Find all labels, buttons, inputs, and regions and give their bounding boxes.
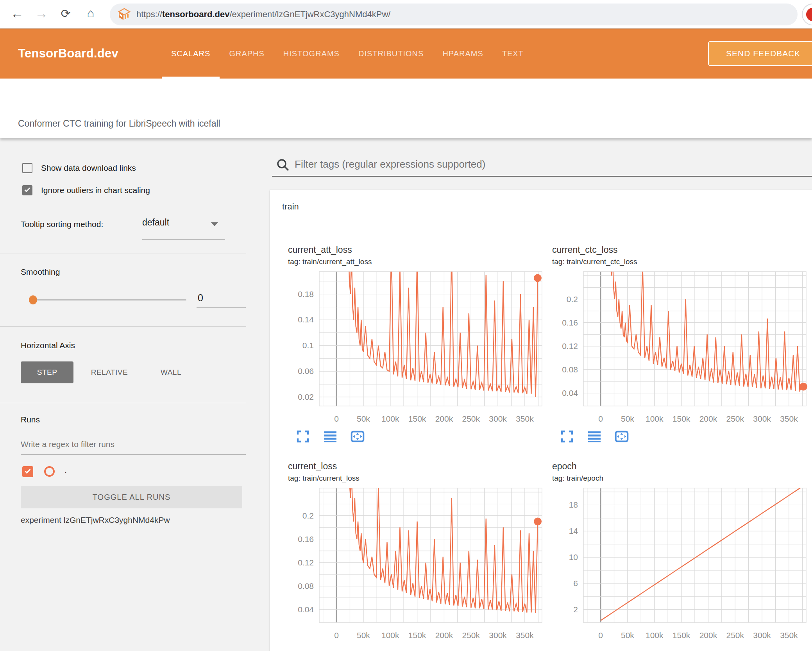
horizontal-axis-label: Horizontal Axis xyxy=(21,341,75,350)
runs-label: Runs xyxy=(21,415,40,424)
svg-text:50k: 50k xyxy=(357,631,370,640)
send-feedback-button[interactable]: SEND FEEDBACK xyxy=(708,41,812,66)
svg-text:0.14: 0.14 xyxy=(298,315,314,324)
svg-text:150k: 150k xyxy=(672,631,690,640)
tooltip-sorting-label: Tooltip sorting method: xyxy=(21,220,103,229)
svg-text:0.08: 0.08 xyxy=(298,581,314,590)
toggle-all-runs-button[interactable]: TOGGLE ALL RUNS xyxy=(21,486,242,508)
chart-tag: tag: train/current_att_loss xyxy=(288,258,546,266)
smoothing-value-underline xyxy=(197,308,246,308)
tensorboard-favicon xyxy=(118,8,131,21)
address-bar[interactable]: https://tensorboard.dev/experiment/lzGnE… xyxy=(110,4,798,25)
group-title[interactable]: train xyxy=(282,202,299,212)
fullscreen-icon[interactable] xyxy=(560,429,574,444)
forward-icon[interactable]: → xyxy=(31,3,52,23)
svg-text:0.04: 0.04 xyxy=(562,388,578,397)
run-checkbox[interactable] xyxy=(22,466,33,477)
train-group-card: train current_att_loss tag: train/curren… xyxy=(270,190,812,651)
svg-text:250k: 250k xyxy=(726,414,744,423)
svg-text:0.06: 0.06 xyxy=(298,367,314,376)
check-icon xyxy=(25,186,30,192)
tab-text[interactable]: TEXT xyxy=(493,29,533,79)
smoothing-slider-track[interactable] xyxy=(32,299,186,300)
axis-wall-button[interactable]: WALL xyxy=(152,361,190,383)
tab-distributions[interactable]: DISTRIBUTIONS xyxy=(349,29,433,79)
show-download-checkbox[interactable] xyxy=(22,163,32,173)
tag-filter-placeholder: Filter tags (regular expressions support… xyxy=(295,158,485,170)
chart-toolbar xyxy=(296,429,546,444)
chart-current-att-loss: current_att_loss tag: train/current_att_… xyxy=(288,245,546,444)
axis-relative-button[interactable]: RELATIVE xyxy=(88,361,131,383)
browser-toolbar: ← → ⟳ ⌂ https://tensorboard.dev/experime… xyxy=(0,0,812,29)
run-selector-icon[interactable] xyxy=(587,429,601,444)
tab-histograms[interactable]: HISTOGRAMS xyxy=(274,29,349,79)
smoothing-slider-knob[interactable] xyxy=(29,295,37,304)
svg-text:50k: 50k xyxy=(621,631,634,640)
svg-text:0.16: 0.16 xyxy=(562,318,578,327)
back-icon[interactable]: ← xyxy=(7,3,27,23)
run-color-swatch[interactable] xyxy=(44,466,55,477)
svg-text:0.12: 0.12 xyxy=(562,342,578,351)
svg-text:0: 0 xyxy=(598,414,603,423)
svg-text:0: 0 xyxy=(334,631,339,640)
fit-domain-icon[interactable] xyxy=(351,429,365,444)
svg-text:300k: 300k xyxy=(489,414,507,423)
chart-plot[interactable]: 050k100k150k200k250k300k350k0.040.080.12… xyxy=(552,269,810,426)
show-download-label: Show data download links xyxy=(41,163,136,173)
chevron-down-icon[interactable] xyxy=(211,222,218,226)
svg-text:0.16: 0.16 xyxy=(298,535,314,544)
url-text: https://tensorboard.dev/experiment/lzGnE… xyxy=(136,9,390,20)
svg-text:0.2: 0.2 xyxy=(567,295,578,304)
ignore-outliers-label: Ignore outliers in chart scaling xyxy=(41,186,150,195)
svg-text:100k: 100k xyxy=(381,631,399,640)
svg-text:300k: 300k xyxy=(489,631,507,640)
url-path: /experiment/lzGnETjwRxC3yghNMd4kPw/ xyxy=(229,9,390,19)
chart-current-loss: current_loss tag: train/current_loss 050… xyxy=(288,461,546,646)
chart-plot[interactable]: 050k100k150k200k250k300k350k0.020.060.10… xyxy=(288,269,546,426)
svg-text:2: 2 xyxy=(573,605,578,614)
tooltip-sorting-select[interactable]: default xyxy=(142,217,169,228)
divider xyxy=(270,223,812,223)
svg-text:10: 10 xyxy=(569,553,578,562)
runs-filter-underline xyxy=(21,454,246,455)
svg-text:100k: 100k xyxy=(646,414,664,423)
run-name: . xyxy=(64,465,67,475)
chart-plot[interactable]: 050k100k150k200k250k300k350k0.040.080.12… xyxy=(288,486,546,642)
svg-text:150k: 150k xyxy=(408,414,426,423)
browser-profile-avatar[interactable] xyxy=(802,4,812,25)
chart-plot[interactable]: 050k100k150k200k250k300k350k26101418 xyxy=(552,486,810,642)
tab-graphs[interactable]: GRAPHS xyxy=(220,29,274,79)
experiment-description: Conformer CTC training for LibriSpeech w… xyxy=(18,118,220,129)
select-underline xyxy=(142,239,225,240)
smoothing-label: Smoothing xyxy=(21,267,60,277)
reload-icon[interactable]: ⟳ xyxy=(55,3,76,23)
svg-text:300k: 300k xyxy=(753,414,771,423)
app-header: TensorBoard.dev SCALARS GRAPHS HISTOGRAM… xyxy=(0,29,812,79)
tab-scalars[interactable]: SCALARS xyxy=(162,29,220,79)
chart-current-ctc-loss: current_ctc_loss tag: train/current_ctc_… xyxy=(552,245,810,444)
tag-filter-bar[interactable]: Filter tags (regular expressions support… xyxy=(270,138,812,177)
tab-hparams[interactable]: HPARAMS xyxy=(433,29,492,79)
svg-text:250k: 250k xyxy=(726,631,744,640)
tag-filter-underline xyxy=(272,176,812,177)
svg-text:0: 0 xyxy=(598,631,603,640)
svg-text:200k: 200k xyxy=(699,414,717,423)
smoothing-value[interactable]: 0 xyxy=(198,292,203,304)
fullscreen-icon[interactable] xyxy=(296,429,310,444)
svg-text:250k: 250k xyxy=(462,631,480,640)
svg-text:0.18: 0.18 xyxy=(298,290,314,299)
chart-toolbar xyxy=(560,429,810,444)
axis-step-button[interactable]: STEP xyxy=(21,361,73,383)
runs-filter-input[interactable]: Write a regex to filter runs xyxy=(21,440,114,449)
svg-text:0.08: 0.08 xyxy=(562,365,578,374)
search-icon xyxy=(276,158,290,172)
fit-domain-icon[interactable] xyxy=(615,429,629,444)
chart-title: epoch xyxy=(552,461,810,472)
svg-text:50k: 50k xyxy=(357,414,370,423)
ignore-outliers-checkbox[interactable] xyxy=(22,185,32,195)
home-icon[interactable]: ⌂ xyxy=(80,3,101,23)
svg-text:200k: 200k xyxy=(435,414,453,423)
nav-tabs: SCALARS GRAPHS HISTOGRAMS DISTRIBUTIONS … xyxy=(162,29,533,79)
run-selector-icon[interactable] xyxy=(323,429,337,444)
svg-text:350k: 350k xyxy=(516,414,534,423)
